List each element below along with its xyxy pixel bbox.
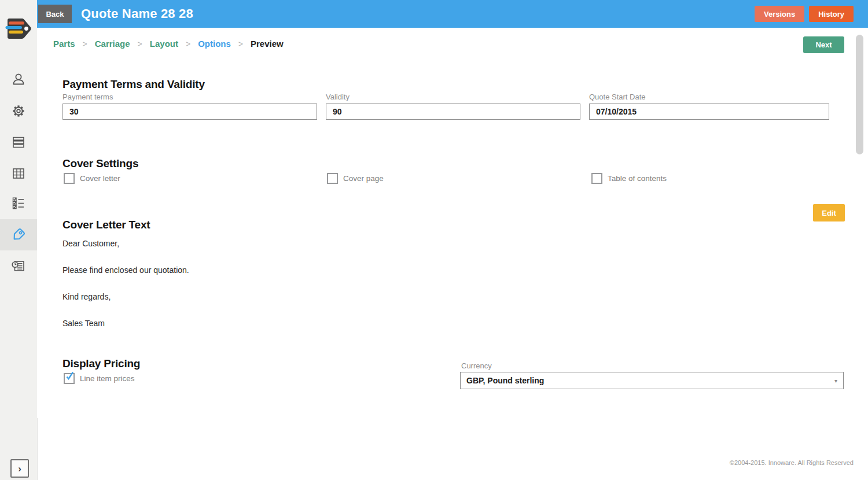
- sidebar-item-user[interactable]: [0, 64, 37, 95]
- breadcrumb-separator: >: [186, 39, 190, 49]
- breadcrumb-separator: >: [83, 39, 87, 49]
- checkbox-line-item-prices[interactable]: Line item prices: [64, 373, 135, 384]
- tag-icon: [10, 227, 27, 243]
- checkbox-box[interactable]: [327, 173, 338, 184]
- next-button[interactable]: Next: [803, 36, 844, 53]
- edit-button[interactable]: Edit: [813, 204, 845, 221]
- topbar-actions: Versions History: [755, 6, 854, 22]
- breadcrumb-item-layout[interactable]: Layout: [150, 39, 178, 49]
- breadcrumb-item-carriage[interactable]: Carriage: [95, 39, 130, 49]
- breadcrumb-item-parts[interactable]: Parts: [53, 39, 75, 49]
- checkbox-cover-page[interactable]: Cover page: [327, 173, 384, 184]
- checkbox-label: Table of contents: [608, 174, 667, 183]
- quote-start-date-label: Quote Start Date: [589, 93, 829, 101]
- currency-selected-value: GBP, Pound sterling: [466, 376, 834, 385]
- checkbox-label: Cover page: [343, 174, 384, 183]
- quote-start-date-field: Quote Start Date: [589, 93, 829, 120]
- checkbox-label: Cover letter: [80, 174, 120, 183]
- dropdown-arrow-icon: ▾: [834, 378, 837, 384]
- sidebar-item-tag[interactable]: [0, 219, 37, 250]
- payment-terms-label: Payment terms: [62, 93, 317, 101]
- cover-letter-paragraph: Dear Customer,: [62, 239, 119, 248]
- history-button[interactable]: History: [809, 6, 854, 22]
- vertical-scrollbar[interactable]: [856, 35, 863, 154]
- payment-terms-field: Payment terms: [62, 93, 317, 120]
- user-icon: [11, 72, 26, 87]
- section-title-cover-settings: Cover Settings: [62, 157, 138, 170]
- checklist-icon: [11, 196, 26, 211]
- breadcrumb-separator: >: [238, 39, 243, 49]
- copyright-text: ©2004-2015. Innoware. All Rights Reserve…: [730, 459, 854, 466]
- section-title-back-pages: Back Pages: [62, 416, 123, 418]
- gear-icon: [11, 104, 26, 119]
- price-tag-logo: [4, 16, 34, 42]
- checkbox-box[interactable]: [64, 173, 75, 184]
- sidebar: ›: [0, 0, 38, 480]
- checkbox-box[interactable]: [64, 373, 75, 384]
- checkbox-cover-letter[interactable]: Cover letter: [64, 173, 120, 184]
- sidebar-item-table[interactable]: [0, 158, 37, 189]
- breadcrumb-item-options[interactable]: Options: [198, 39, 231, 49]
- section-title-payment: Payment Terms and Validity: [62, 77, 205, 91]
- checkbox-label: Line item prices: [80, 374, 135, 383]
- clock-list-icon: [11, 259, 27, 274]
- breadcrumb-separator: >: [138, 39, 142, 49]
- page-title: Quote Name 28 28: [81, 6, 193, 21]
- versions-button[interactable]: Versions: [755, 6, 804, 22]
- rows-icon: [11, 135, 26, 150]
- validity-field: Validity: [326, 93, 580, 120]
- topbar: Back Quote Name 28 28 Versions History: [37, 0, 868, 28]
- currency-select[interactable]: GBP, Pound sterling ▾: [460, 372, 844, 389]
- checkbox-table-of-contents[interactable]: Table of contents: [591, 173, 667, 184]
- options-form: Payment Terms and Validity Payment terms…: [37, 61, 868, 418]
- currency-label: Currency: [461, 361, 492, 370]
- sidebar-item-settings[interactable]: [0, 95, 37, 127]
- quote-start-date-input[interactable]: [589, 104, 829, 120]
- breadcrumb: Parts > Carriage > Layout > Options > Pr…: [53, 39, 284, 49]
- sidebar-item-clock-list[interactable]: [0, 250, 37, 282]
- validity-label: Validity: [326, 93, 580, 101]
- section-title-display-pricing: Display Pricing: [62, 357, 140, 370]
- cover-letter-paragraph: Sales Team: [62, 319, 105, 328]
- payment-terms-input[interactable]: [62, 104, 317, 120]
- subheader: Parts > Carriage > Layout > Options > Pr…: [37, 28, 868, 61]
- checkbox-box[interactable]: [591, 173, 602, 184]
- sidebar-item-rows[interactable]: [0, 127, 37, 158]
- table-icon: [11, 166, 26, 181]
- validity-input[interactable]: [326, 104, 580, 120]
- breadcrumb-item-preview[interactable]: Preview: [251, 39, 284, 49]
- cover-letter-paragraph: Kind regards,: [62, 292, 111, 301]
- app-window: › Back Quote Name 28 28 Versions History…: [0, 0, 868, 480]
- cover-letter-paragraph: Please find enclosed our quotation.: [62, 265, 189, 275]
- sidebar-item-checklist[interactable]: [0, 188, 37, 219]
- chevron-right-icon: ›: [18, 464, 21, 474]
- section-title-cover-letter: Cover Letter Text: [62, 218, 150, 231]
- sidebar-expand-button[interactable]: ›: [10, 459, 29, 478]
- back-button[interactable]: Back: [38, 5, 72, 23]
